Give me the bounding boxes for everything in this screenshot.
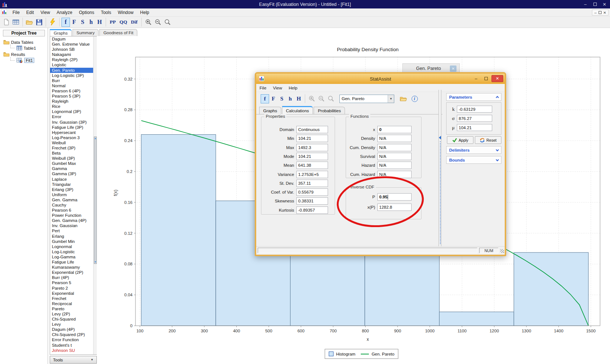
- menu-window[interactable]: Window: [114, 8, 137, 16]
- parameters-header[interactable]: Parameters: [446, 93, 501, 101]
- new-document-button[interactable]: [1, 17, 11, 27]
- property-variance-field[interactable]: 1.2753E+5: [296, 171, 328, 178]
- chevron-down-icon[interactable]: ▼: [388, 95, 394, 103]
- distribution-item[interactable]: Lognormal: [50, 244, 96, 249]
- plot-pp-button[interactable]: PP: [108, 19, 118, 25]
- inverse-cdf-x-p-field[interactable]: 1282.8: [377, 204, 412, 211]
- zoom-out-button[interactable]: [153, 17, 163, 27]
- function-x-field[interactable]: 0: [377, 126, 412, 133]
- mdi-close-button[interactable]: ✕: [603, 11, 606, 15]
- distribution-item[interactable]: Levy: [50, 322, 96, 327]
- menu-file[interactable]: File: [9, 8, 23, 16]
- statassist-close-button[interactable]: ✕: [491, 75, 503, 82]
- distribution-item[interactable]: Johnson SU: [50, 348, 96, 353]
- distribution-item[interactable]: Pareto: [50, 306, 96, 311]
- distribution-item[interactable]: Triangular: [50, 182, 96, 187]
- function-hazard-field[interactable]: N/A: [377, 162, 412, 169]
- property-mean-field[interactable]: 641.38: [296, 162, 328, 169]
- distribution-item[interactable]: Uniform: [50, 192, 96, 197]
- statassist-open-button[interactable]: [399, 94, 408, 103]
- distribution-item[interactable]: Erlang: [50, 234, 96, 239]
- minimize-button[interactable]: –: [581, 1, 590, 7]
- statassist-maximize-button[interactable]: [482, 75, 490, 82]
- distribution-item[interactable]: Gen. Gamma (4P): [50, 218, 96, 223]
- open-button[interactable]: [25, 17, 34, 27]
- statassist-menu-view[interactable]: View: [270, 84, 286, 92]
- distribution-item[interactable]: Lognormal (3P): [50, 109, 96, 114]
- close-button[interactable]: ✕: [600, 1, 609, 7]
- data-table-button[interactable]: [11, 17, 21, 27]
- zoom-button[interactable]: [163, 17, 172, 27]
- plot-type-f-button[interactable]: f: [61, 18, 70, 27]
- statassist-plot-type-s-button[interactable]: S: [278, 94, 286, 103]
- parameter-k-field[interactable]: -0.63129: [457, 106, 492, 113]
- delimiters-header[interactable]: Delimiters: [446, 146, 501, 154]
- distribution-item[interactable]: Log-Logistic (3P): [50, 73, 96, 78]
- close-icon[interactable]: ✕: [450, 66, 456, 72]
- distribution-item[interactable]: Dagum (4P): [50, 327, 96, 332]
- distribution-item[interactable]: Dagum: [50, 36, 96, 42]
- distribution-item[interactable]: Inv. Gaussian (3P): [50, 120, 96, 125]
- distribution-item[interactable]: Fatigue Life: [50, 259, 96, 265]
- menu-edit[interactable]: Edit: [23, 8, 37, 16]
- apply-button[interactable]: Apply: [447, 136, 473, 144]
- resize-grip[interactable]: [500, 249, 504, 253]
- distribution-item[interactable]: Weibull (3P): [50, 156, 96, 161]
- parameter--field[interactable]: 876.27: [457, 115, 492, 122]
- property-coef-of-var-field[interactable]: 0.55679: [296, 188, 328, 196]
- distribution-item[interactable]: Erlang (3P): [50, 187, 96, 192]
- distribution-item[interactable]: Logistic: [50, 62, 96, 67]
- distribution-list-scrollbar[interactable]: ▲ ▼: [93, 36, 97, 354]
- plot-dif-button[interactable]: Dif: [129, 19, 140, 25]
- plot-type-h-button[interactable]: h: [87, 18, 95, 27]
- property-skewness-field[interactable]: 0.38331: [296, 197, 328, 205]
- property-kurtosis-field[interactable]: -0.89357: [296, 206, 328, 214]
- distribution-item[interactable]: Student's t: [50, 343, 96, 348]
- distribution-item[interactable]: Power Function: [50, 213, 96, 218]
- plot-type-s-button[interactable]: S: [78, 18, 87, 27]
- fit-distributions-button[interactable]: [48, 17, 57, 27]
- distribution-item[interactable]: Pearson 6 (4P): [50, 88, 96, 93]
- statassist-zoom-button[interactable]: [326, 94, 336, 103]
- distribution-item[interactable]: Inv. Gaussian: [50, 223, 96, 228]
- plot-type-h-button[interactable]: H: [95, 18, 104, 27]
- mdi-minimize-button[interactable]: –: [594, 10, 596, 15]
- statassist-plot-type-h-button[interactable]: H: [295, 94, 303, 103]
- tab-graphs[interactable]: Graphs: [50, 29, 72, 36]
- distribution-item[interactable]: Rayleigh: [50, 99, 96, 104]
- distribution-item[interactable]: Chi-Squared: [50, 317, 96, 322]
- distribution-item[interactable]: Log-Pearson 3: [50, 135, 96, 140]
- statassist-zoom-in-button[interactable]: [307, 94, 317, 103]
- distribution-item[interactable]: Pert: [50, 228, 96, 233]
- panel-splitter[interactable]: [438, 90, 441, 246]
- function-cum-hazard-field[interactable]: N/A: [377, 171, 412, 178]
- distribution-item[interactable]: Fatigue Life (3P): [50, 125, 96, 130]
- distribution-item[interactable]: Beta: [50, 151, 96, 156]
- property-mode-field[interactable]: 104.21: [296, 153, 328, 160]
- inverse-cdf-p-field[interactable]: 0.95: [377, 193, 412, 201]
- distribution-item[interactable]: Gen. Pareto: [50, 68, 96, 73]
- function-cum-density-field[interactable]: N/A: [377, 144, 412, 151]
- tree-node-results[interactable]: Results: [3, 52, 25, 57]
- property-domain-field[interactable]: Continuous: [296, 126, 328, 133]
- tree-node-data-tables[interactable]: Data Tables: [3, 40, 34, 45]
- property-st-dev-field[interactable]: 357.11: [296, 180, 328, 187]
- property-max-field[interactable]: 1492.3: [296, 144, 328, 151]
- statassist-plot-type-f-button[interactable]: f: [261, 94, 269, 103]
- distribution-item[interactable]: Pearson 6: [50, 208, 96, 213]
- distribution-item[interactable]: Gumbel Min: [50, 239, 96, 244]
- distribution-item[interactable]: Pearson 5: [50, 280, 96, 285]
- zoom-in-button[interactable]: [144, 17, 153, 27]
- function-survival-field[interactable]: N/A: [377, 153, 412, 160]
- parameter--field[interactable]: 104.21: [457, 124, 492, 131]
- distribution-item[interactable]: Burr: [50, 78, 96, 83]
- distribution-item[interactable]: Rayleigh (2P): [50, 57, 96, 62]
- distribution-item[interactable]: Normal: [50, 83, 96, 88]
- statassist-tab-probabilities[interactable]: Probabilities: [314, 107, 345, 114]
- bounds-header[interactable]: Bounds: [446, 156, 501, 164]
- distribution-item[interactable]: Gamma: [50, 166, 96, 171]
- statassist-tab-calculations[interactable]: Calculations: [282, 106, 313, 114]
- menu-help[interactable]: Help: [137, 8, 153, 16]
- distribution-item[interactable]: Exponential: [50, 291, 96, 296]
- distribution-item[interactable]: Error: [50, 114, 96, 119]
